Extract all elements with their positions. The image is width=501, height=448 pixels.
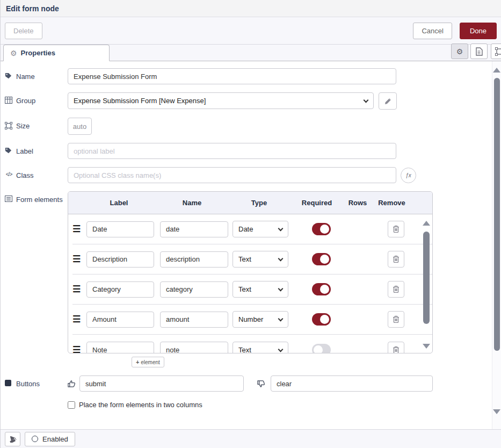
trash-icon <box>393 255 400 263</box>
label-label: Label <box>5 143 68 159</box>
element-label-input[interactable] <box>86 251 154 268</box>
group-row: Group Expense Submission Form [New Expen… <box>5 92 485 110</box>
scrollbar-thumb[interactable] <box>423 232 430 324</box>
done-button[interactable]: Done <box>460 23 497 39</box>
drag-handle-icon[interactable]: ☰ <box>72 314 86 325</box>
fx-icon: ƒx <box>405 172 411 178</box>
form-element-row: ☰Text <box>72 274 432 305</box>
tag-icon <box>5 73 13 84</box>
label-input[interactable] <box>68 143 396 159</box>
node-help-button[interactable] <box>5 432 20 446</box>
group-label: Group <box>5 92 68 110</box>
element-type-select[interactable]: Text <box>233 251 288 268</box>
panel-scrollbar[interactable] <box>492 61 501 429</box>
required-toggle[interactable] <box>312 253 331 265</box>
element-type-select[interactable]: Text <box>233 342 288 353</box>
square-icon <box>5 380 13 392</box>
appearance-icon-button[interactable] <box>491 44 501 59</box>
tab-bar: ⚙ Properties ⚙ <box>1 45 501 61</box>
required-toggle[interactable] <box>312 223 331 235</box>
gear-icon: ⚙ <box>10 49 17 57</box>
scrollbar-thumb[interactable] <box>494 78 500 351</box>
element-name-input[interactable] <box>160 342 228 353</box>
edit-form-node-dialog: Edit form node Delete Cancel Done ⚙ Prop… <box>0 0 501 448</box>
pencil-icon <box>384 98 391 105</box>
cancel-button-input[interactable] <box>271 375 433 392</box>
element-label-input[interactable] <box>86 221 154 237</box>
code-icon: </> <box>5 171 13 183</box>
properties-panel: Name Group Expense Submission Form [New … <box>1 61 501 429</box>
status-circle-icon <box>32 436 38 442</box>
column-header-type: Type <box>228 199 290 207</box>
thumbs-down-icon <box>257 380 265 388</box>
dialog-title: Edit form node <box>6 4 59 13</box>
delete-element-button[interactable] <box>388 251 404 268</box>
enabled-toggle-button[interactable]: Enabled <box>25 432 75 446</box>
drag-handle-icon[interactable]: ☰ <box>72 223 86 235</box>
group-select[interactable]: Expense Submission Form [New Expense] <box>68 92 374 109</box>
scroll-down-icon[interactable] <box>423 344 430 349</box>
delete-element-button[interactable] <box>388 281 404 298</box>
description-icon-button[interactable] <box>470 44 488 59</box>
column-header-rows: Rows <box>344 199 372 207</box>
element-name-input[interactable] <box>160 221 228 237</box>
drag-handle-icon[interactable]: ☰ <box>72 254 86 265</box>
list-icon <box>5 196 13 367</box>
delete-element-button[interactable] <box>388 221 404 237</box>
column-header-name: Name <box>156 199 228 207</box>
element-type-select[interactable]: Number <box>233 311 288 328</box>
edit-group-button[interactable] <box>379 92 397 110</box>
delete-element-button[interactable] <box>388 311 404 328</box>
document-icon <box>475 47 483 56</box>
properties-icon-button[interactable]: ⚙ <box>451 44 468 59</box>
element-name-input[interactable] <box>160 312 228 328</box>
enabled-label: Enabled <box>42 435 68 443</box>
scroll-up-icon[interactable] <box>423 221 430 226</box>
element-label-input[interactable] <box>86 312 154 328</box>
resize-icon <box>5 122 13 135</box>
element-type-select[interactable]: Date <box>233 221 288 237</box>
name-label: Name <box>5 68 68 84</box>
scroll-down-icon[interactable] <box>493 409 500 414</box>
delete-button[interactable]: Delete <box>5 23 42 39</box>
drag-handle-icon[interactable]: ☰ <box>72 344 86 353</box>
trash-icon <box>393 225 400 233</box>
element-name-input[interactable] <box>160 281 228 298</box>
column-header-required: Required <box>290 199 344 207</box>
table-scrollbar[interactable] <box>422 214 431 353</box>
name-row: Name <box>5 68 485 84</box>
element-name-input[interactable] <box>160 251 228 268</box>
column-header-label: Label <box>82 199 156 207</box>
add-element-button[interactable]: + element <box>132 357 164 367</box>
form-elements-label: Form elements <box>5 191 68 367</box>
form-element-row: ☰Text <box>72 335 432 353</box>
required-toggle[interactable] <box>312 344 331 353</box>
element-label-input[interactable] <box>86 281 154 298</box>
two-columns-checkbox[interactable] <box>68 401 75 409</box>
scale-icon <box>495 47 501 56</box>
drag-handle-icon[interactable]: ☰ <box>72 284 86 295</box>
scroll-up-icon[interactable] <box>493 68 500 73</box>
element-type-select[interactable]: Text <box>233 281 288 298</box>
thumbs-up-icon <box>68 380 76 388</box>
form-elements-table: LabelNameTypeRequiredRowsRemove ☰Date☰Te… <box>68 191 433 353</box>
delete-element-button[interactable] <box>388 342 404 353</box>
submit-button-input[interactable] <box>79 375 244 392</box>
trash-icon <box>393 346 400 353</box>
element-label-input[interactable] <box>86 342 154 353</box>
group-select-wrap: Expense Submission Form [New Expense] <box>68 92 374 110</box>
size-auto-button[interactable]: auto <box>68 118 92 135</box>
required-toggle[interactable] <box>312 313 331 326</box>
class-input[interactable] <box>68 167 396 183</box>
tab-properties[interactable]: ⚙ Properties <box>3 45 110 61</box>
name-input[interactable] <box>68 68 396 84</box>
form-element-row: ☰Date <box>72 214 432 244</box>
label-row: Label <box>5 143 485 159</box>
required-toggle[interactable] <box>312 283 331 295</box>
buttons-row: Buttons <box>5 375 485 392</box>
dynamic-class-button[interactable]: ƒx <box>401 168 416 183</box>
buttons-label: Buttons <box>5 375 68 392</box>
form-elements-rows: ☰Date☰Text☰Text☰Number☰Text <box>68 214 432 353</box>
cancel-button[interactable]: Cancel <box>413 23 452 39</box>
two-columns-label[interactable]: Place the form elements in two columns <box>79 401 202 409</box>
